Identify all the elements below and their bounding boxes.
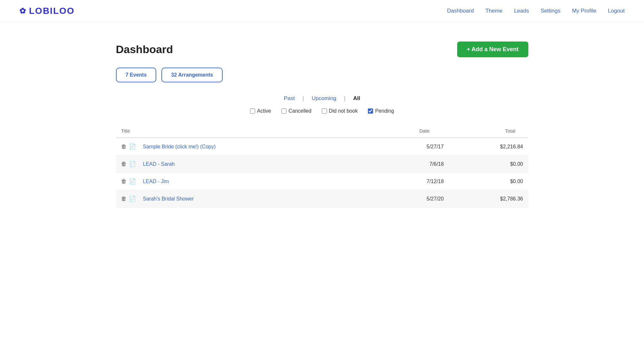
event-title-link[interactable]: LEAD - Sarah <box>143 161 175 167</box>
status-filters: Active Cancelled Did not book Pending <box>116 108 528 114</box>
filter-active-label: Active <box>257 108 271 114</box>
page-title: Dashboard <box>116 43 173 56</box>
event-date: 7/12/18 <box>366 173 449 190</box>
filter-all[interactable]: All <box>353 95 360 102</box>
filter-active-checkbox[interactable] <box>250 108 255 114</box>
document-icon[interactable]: 📄 <box>129 178 136 185</box>
table-header-row: Title Date Total <box>116 124 528 138</box>
col-total: Total <box>449 124 528 138</box>
arrangements-stat-button[interactable]: 32 Arrangements <box>161 68 223 82</box>
filter-did-not-book-checkbox[interactable] <box>322 108 327 114</box>
main-content: Dashboard + Add a New Event 7 Events 32 … <box>97 22 548 220</box>
logo-text: LOBILOO <box>29 6 75 16</box>
filter-sep-2: | <box>344 95 345 102</box>
filter-did-not-book[interactable]: Did not book <box>322 108 358 114</box>
logo-icon: ✿ <box>19 6 26 15</box>
event-total: $2,216.84 <box>449 138 528 155</box>
navbar: ✿ LOBILOO Dashboard Theme Leads Settings… <box>0 0 644 22</box>
event-title-link[interactable]: LEAD - Jim <box>143 179 169 184</box>
filter-cancelled-checkbox[interactable] <box>281 108 286 114</box>
event-date: 7/6/18 <box>366 155 449 173</box>
nav-dashboard[interactable]: Dashboard <box>447 8 474 14</box>
table-row: 🗑 📄 Sample Bride (click me!) (Copy) 5/27… <box>116 138 528 155</box>
nav-links: Dashboard Theme Leads Settings My Profil… <box>447 8 625 14</box>
dashboard-header: Dashboard + Add a New Event <box>116 42 528 57</box>
document-icon[interactable]: 📄 <box>129 143 136 150</box>
event-title-link[interactable]: Sample Bride (click me!) (Copy) <box>143 144 216 150</box>
filter-sep-1: | <box>303 95 304 102</box>
filter-past[interactable]: Past <box>284 95 295 102</box>
filter-pending[interactable]: Pending <box>368 108 394 114</box>
document-icon[interactable]: 📄 <box>129 195 136 202</box>
table-row: 🗑 📄 LEAD - Jim 7/12/18 $0.00 <box>116 173 528 190</box>
nav-logout[interactable]: Logout <box>608 8 625 14</box>
filter-pending-label: Pending <box>375 108 394 114</box>
filter-pending-checkbox[interactable] <box>368 108 373 114</box>
filter-cancelled-label: Cancelled <box>288 108 311 114</box>
col-date: Date <box>366 124 449 138</box>
event-title-link[interactable]: Sarah's Bridal Shower <box>143 196 194 202</box>
nav-theme[interactable]: Theme <box>485 8 503 14</box>
filter-cancelled[interactable]: Cancelled <box>281 108 311 114</box>
logo: ✿ LOBILOO <box>19 6 75 16</box>
delete-icon[interactable]: 🗑 <box>121 144 127 150</box>
events-stat-button[interactable]: 7 Events <box>116 68 157 82</box>
event-date: 5/27/20 <box>366 190 449 208</box>
nav-settings[interactable]: Settings <box>541 8 560 14</box>
filter-did-not-book-label: Did not book <box>329 108 358 114</box>
events-table: Title Date Total 🗑 📄 Sample Bride (click… <box>116 124 528 208</box>
filter-active[interactable]: Active <box>250 108 271 114</box>
nav-my-profile[interactable]: My Profile <box>572 8 596 14</box>
delete-icon[interactable]: 🗑 <box>121 178 127 185</box>
event-total: $2,786.36 <box>449 190 528 208</box>
event-total: $0.00 <box>449 173 528 190</box>
event-total: $0.00 <box>449 155 528 173</box>
delete-icon[interactable]: 🗑 <box>121 196 127 202</box>
event-date: 5/27/17 <box>366 138 449 155</box>
filter-upcoming[interactable]: Upcoming <box>312 95 336 102</box>
table-row: 🗑 📄 LEAD - Sarah 7/6/18 $0.00 <box>116 155 528 173</box>
stats-row: 7 Events 32 Arrangements <box>116 68 528 82</box>
table-row: 🗑 📄 Sarah's Bridal Shower 5/27/20 $2,786… <box>116 190 528 208</box>
col-title: Title <box>116 124 366 138</box>
add-event-button[interactable]: + Add a New Event <box>457 42 528 57</box>
delete-icon[interactable]: 🗑 <box>121 161 127 167</box>
nav-leads[interactable]: Leads <box>514 8 529 14</box>
time-filters: Past | Upcoming | All <box>116 95 528 102</box>
document-icon[interactable]: 📄 <box>129 161 136 167</box>
